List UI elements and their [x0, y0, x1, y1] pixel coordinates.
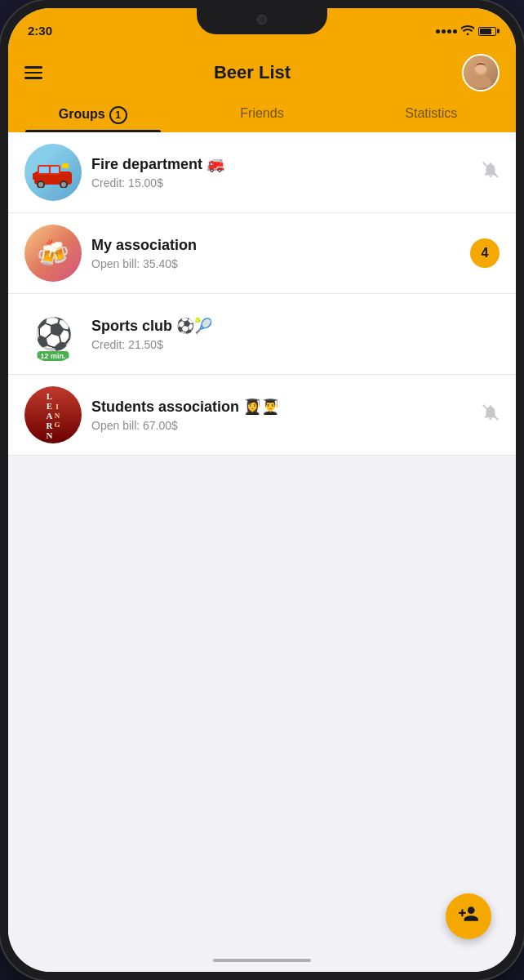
group-sub: Open bill: 67.00$: [91, 419, 472, 432]
bell-muted-icon: [482, 405, 500, 425]
group-avatar-students: LEARN ING: [24, 386, 82, 443]
group-sub: Open bill: 35.40$: [91, 257, 460, 270]
signal-icon: [436, 29, 457, 33]
phone-frame: 2:30: [0, 0, 524, 980]
app-title: Beer List: [214, 62, 291, 83]
group-info-students: Students association 👩‍🎓👨‍🎓 Open bill: 6…: [82, 398, 482, 432]
menu-button[interactable]: [24, 66, 42, 79]
status-icons: [436, 24, 496, 38]
svg-point-8: [38, 182, 43, 187]
list-item[interactable]: LEARN ING Students association 👩‍🎓👨‍🎓 Op…: [8, 375, 516, 456]
svg-rect-5: [39, 167, 49, 173]
groups-badge: 1: [109, 106, 127, 124]
list-item[interactable]: 🍻 My association Open bill: 35.40$ 4: [8, 213, 516, 294]
group-action-fire[interactable]: [482, 161, 500, 184]
group-sub: Credit: 21.50$: [91, 338, 490, 351]
group-name: My association: [91, 237, 460, 254]
group-action-students[interactable]: [482, 403, 500, 426]
home-indicator: [213, 959, 311, 962]
list-item[interactable]: Fire department 🚒 Credit: 15.00$: [8, 132, 516, 213]
group-info-sports: Sports club ⚽🎾 Credit: 21.50$: [82, 317, 500, 351]
groups-list: Fire department 🚒 Credit: 15.00$: [8, 132, 516, 972]
status-time: 2:30: [28, 24, 52, 38]
svg-rect-11: [62, 163, 69, 168]
svg-point-1: [470, 75, 491, 87]
camera: [257, 15, 267, 24]
bell-muted-icon: [482, 163, 500, 183]
group-avatar-fire: [24, 144, 82, 201]
notification-count: 4: [470, 238, 500, 268]
tab-friends[interactable]: Friends: [177, 100, 346, 132]
battery-icon: [478, 27, 496, 36]
group-name: Fire department 🚒: [91, 155, 472, 173]
add-group-fab[interactable]: [446, 893, 491, 939]
tab-statistics[interactable]: Statistics: [347, 100, 516, 132]
group-name: Sports club ⚽🎾: [91, 317, 490, 335]
group-name: Students association 👩‍🎓👨‍🎓: [91, 398, 472, 416]
avatar-image: [464, 56, 498, 90]
group-info-assoc: My association Open bill: 35.40$: [82, 237, 470, 270]
group-avatar-sports: ⚽ 12 min.: [24, 305, 82, 363]
app-header: Beer List: [8, 44, 516, 91]
user-avatar[interactable]: [462, 54, 500, 91]
group-sub: Credit: 15.00$: [91, 176, 472, 189]
svg-point-10: [61, 182, 66, 187]
svg-rect-12: [33, 173, 37, 180]
time-badge: 12 min.: [37, 351, 69, 361]
list-item[interactable]: ⚽ 12 min. Sports club ⚽🎾 Credit: 21.50$: [8, 294, 516, 375]
add-user-icon: [458, 903, 479, 929]
wifi-icon: [461, 24, 474, 38]
group-info-fire: Fire department 🚒 Credit: 15.00$: [82, 155, 482, 189]
svg-rect-6: [51, 167, 59, 173]
notch: [197, 8, 327, 34]
group-action-assoc[interactable]: 4: [470, 238, 500, 268]
tabs: Groups1 Friends Statistics: [8, 91, 516, 132]
group-avatar-assoc: 🍻: [24, 225, 82, 282]
tab-groups[interactable]: Groups1: [8, 100, 177, 132]
screen: 2:30: [8, 8, 516, 972]
